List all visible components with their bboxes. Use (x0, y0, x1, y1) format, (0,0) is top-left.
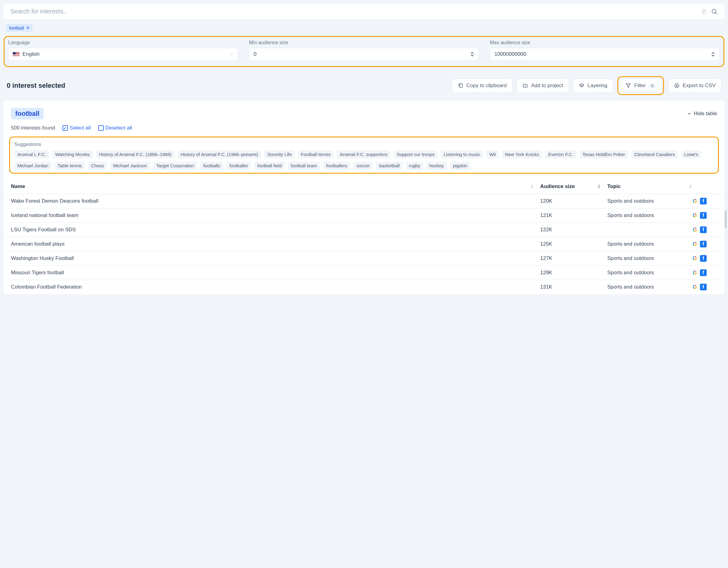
search-icon[interactable] (711, 8, 718, 15)
row-audience: 125K (540, 241, 552, 247)
min-audience-label: Min audience size (249, 40, 479, 45)
svg-marker-6 (626, 84, 631, 88)
google-icon[interactable]: G (693, 270, 697, 276)
facebook-icon[interactable]: f (700, 198, 707, 205)
export-csv-button[interactable]: Export to CSV (668, 79, 721, 93)
suggestion-chip[interactable]: footballs (200, 162, 223, 170)
add-to-project-button[interactable]: Add to project (517, 79, 569, 93)
row-audience: 121K (540, 213, 552, 219)
table-row[interactable]: Colombian Football Federation131KSports … (4, 280, 724, 294)
table-header: Name Audience size Topic (4, 179, 724, 194)
suggestion-chip[interactable]: Table tennis (55, 162, 85, 170)
sort-icon[interactable] (597, 184, 601, 189)
suggestion-chip[interactable]: basketball (376, 162, 403, 170)
svg-line-1 (716, 13, 717, 14)
suggestion-chip[interactable]: Sorority Life (264, 150, 295, 159)
suggestion-chip[interactable]: Everton F.C. (545, 150, 576, 159)
row-audience: 120K (540, 198, 552, 204)
suggestion-chip[interactable]: Target Corporation (153, 162, 197, 170)
facebook-icon[interactable]: f (700, 212, 707, 219)
suggestion-chip[interactable]: Michael Jordan (14, 162, 52, 170)
row-name: Wake Forest Demon Deacons football (11, 198, 98, 204)
suggestion-chip[interactable]: pigskin (450, 162, 470, 170)
min-audience-input[interactable]: 0 (249, 48, 479, 61)
max-audience-input[interactable]: 10000000000 (490, 48, 720, 61)
search-input[interactable] (10, 8, 701, 15)
suggestion-chip[interactable]: football field (254, 162, 285, 170)
row-audience: 122K (540, 227, 552, 233)
suggestion-chip[interactable]: soccer (353, 162, 373, 170)
suggestion-chip[interactable]: hockey (426, 162, 447, 170)
scrollbar[interactable] (725, 210, 727, 229)
hide-table-toggle[interactable]: Hide table (687, 111, 717, 117)
suggestion-chip[interactable]: Support our troops (394, 150, 437, 159)
deselect-all-link[interactable]: Deselect all (98, 125, 132, 131)
google-icon[interactable]: G (693, 198, 697, 205)
filters-panel: Language English Min audience size 0 Max… (4, 36, 724, 67)
language-select[interactable]: English (8, 48, 238, 61)
col-name-header[interactable]: Name (11, 184, 25, 190)
row-name: Colombian Football Federation (11, 284, 82, 290)
filter-button[interactable]: Filter 0 (620, 79, 662, 93)
search-chip-football[interactable]: football ✕ (6, 24, 33, 32)
google-icon[interactable]: G (693, 256, 697, 262)
suggestion-chip[interactable]: Listening to music (441, 150, 483, 159)
stepper-icon[interactable] (471, 52, 474, 57)
suggestion-chip[interactable]: Texas HoldEm Poker (580, 150, 628, 159)
suggestion-chip[interactable]: Michael Jackson (110, 162, 150, 170)
facebook-icon[interactable]: f (700, 255, 707, 262)
suggestion-chip[interactable]: History of Arsenal F.C. (1886–1966) (96, 150, 175, 159)
suggestion-chip[interactable]: football team (288, 162, 320, 170)
suggestion-chip[interactable]: Football tennis (298, 150, 334, 159)
table-row[interactable]: LSU Tigers Football on SDS122KGf (4, 223, 724, 237)
google-icon[interactable]: G (693, 284, 697, 290)
actions-row: 0 interest selected Copy to clipboard Ad… (4, 73, 724, 101)
suggestion-chip[interactable]: rugby (406, 162, 423, 170)
table-row[interactable]: Missouri Tigers football129KSports and o… (4, 266, 724, 280)
suggestion-chip[interactable]: footballer (226, 162, 251, 170)
row-topic: Sports and outdoors (607, 284, 654, 290)
google-icon[interactable]: G (693, 213, 697, 219)
table-row[interactable]: Washington Husky Football127KSports and … (4, 251, 724, 266)
select-all-link[interactable]: Select all (62, 125, 91, 131)
language-value: English (23, 51, 40, 57)
row-topic: Sports and outdoors (607, 241, 654, 247)
suggestion-chip[interactable]: Wii (486, 150, 499, 159)
table-row[interactable]: Iceland national football team121KSports… (4, 208, 724, 223)
google-icon[interactable]: G (693, 241, 697, 248)
facebook-icon[interactable]: f (700, 241, 707, 248)
facebook-icon[interactable]: f (700, 284, 707, 290)
col-audience-header[interactable]: Audience size (540, 184, 575, 190)
us-flag-icon (13, 52, 20, 57)
copy-to-clipboard-button[interactable]: Copy to clipboard (452, 79, 512, 93)
suggestion-chip[interactable]: Cleveland Cavaliers (631, 150, 678, 159)
suggestion-chip[interactable]: Arsenal L.F.C. (14, 150, 49, 159)
result-tag: football (11, 108, 44, 120)
google-icon[interactable]: G (693, 227, 697, 233)
checkbox-empty-icon (98, 125, 104, 131)
suggestion-chip[interactable]: Chess (88, 162, 107, 170)
suggestion-chip[interactable]: footballers (323, 162, 350, 170)
sort-icon[interactable] (688, 184, 693, 189)
col-topic-header[interactable]: Topic (607, 184, 621, 190)
results-table: Name Audience size Topic Wake Forest Dem… (4, 179, 724, 294)
min-audience-value: 0 (254, 51, 256, 57)
chip-remove-icon[interactable]: ✕ (26, 26, 30, 30)
svg-rect-2 (460, 84, 462, 88)
stepper-icon[interactable] (712, 52, 715, 57)
sort-icon[interactable] (530, 184, 534, 189)
clipboard-icon (458, 83, 463, 88)
table-row[interactable]: Wake Forest Demon Deacons football120KSp… (4, 194, 724, 208)
suggestion-chip[interactable]: History of Arsenal F.C. (1966–present) (178, 150, 261, 159)
suggestion-chip[interactable]: Arsenal F.C. supporters (337, 150, 391, 159)
table-row[interactable]: American football plays125KSports and ou… (4, 237, 724, 251)
row-topic: Sports and outdoors (607, 213, 654, 219)
row-audience: 127K (540, 256, 552, 262)
suggestion-chip[interactable]: New York Knicks (502, 150, 542, 159)
suggestion-chip[interactable]: Lowe's (681, 150, 701, 159)
facebook-icon[interactable]: f (700, 270, 707, 276)
search-bar: / (4, 4, 724, 19)
suggestion-chip[interactable]: Watching Movies (52, 150, 93, 159)
layering-button[interactable]: Layering (573, 79, 613, 93)
facebook-icon[interactable]: f (700, 227, 707, 233)
